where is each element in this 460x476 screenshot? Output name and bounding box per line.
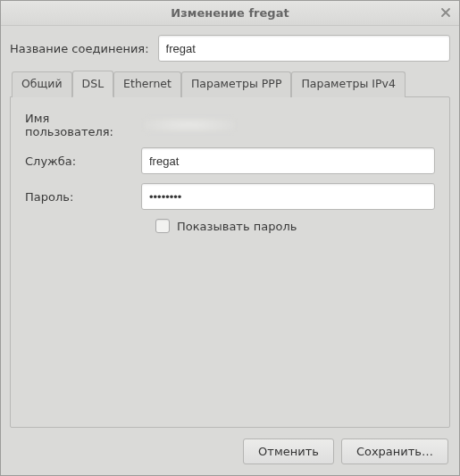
username-label: Имя пользователя:	[25, 112, 141, 138]
username-row: Имя пользователя:	[25, 112, 435, 138]
tab-ppp[interactable]: Параметры PPP	[181, 71, 291, 97]
tab-general[interactable]: Общий	[12, 71, 72, 97]
cancel-button[interactable]: Отменить	[243, 438, 334, 464]
dialog-window: Изменение fregat Название соединения: Об…	[0, 0, 460, 476]
close-icon[interactable]	[438, 6, 454, 21]
password-label: Пароль:	[25, 190, 141, 204]
connection-name-label: Название соединения:	[10, 42, 149, 55]
titlebar: Изменение fregat	[1, 1, 459, 26]
show-password-checkbox[interactable]	[155, 219, 170, 233]
connection-name-row: Название соединения:	[10, 35, 450, 62]
show-password-row: Показывать пароль	[155, 219, 435, 233]
dialog-footer: Отменить Сохранить…	[1, 428, 459, 475]
show-password-label: Показывать пароль	[177, 220, 297, 233]
password-input[interactable]	[141, 183, 435, 210]
tab-ipv4[interactable]: Параметры IPv4	[291, 71, 405, 97]
content-area: Название соединения: Общий DSL Ethernet …	[1, 26, 459, 428]
save-button[interactable]: Сохранить…	[341, 438, 448, 464]
tabs-row: Общий DSL Ethernet Параметры PPP Парамет…	[10, 71, 450, 96]
tab-ethernet[interactable]: Ethernet	[113, 71, 181, 97]
service-input[interactable]	[141, 147, 435, 174]
dsl-panel: Имя пользователя: Служба: Пароль: Показы…	[10, 96, 450, 428]
connection-name-input[interactable]	[158, 35, 450, 62]
tab-dsl[interactable]: DSL	[72, 71, 114, 97]
service-label: Служба:	[25, 154, 141, 168]
username-value-obscured	[141, 113, 435, 138]
password-row: Пароль:	[25, 183, 435, 210]
window-title: Изменение fregat	[171, 6, 289, 20]
service-row: Служба:	[25, 147, 435, 174]
